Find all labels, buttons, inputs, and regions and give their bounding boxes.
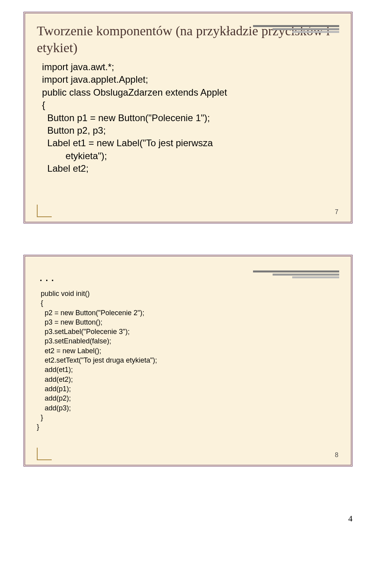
slide-number: 7 xyxy=(335,209,338,216)
code-block: public void init() { p2 = new Button("Po… xyxy=(37,289,339,432)
code-block: import java.awt.*; import java.applet.Ap… xyxy=(37,61,339,175)
slide-number: 8 xyxy=(335,452,338,459)
corner-decoration-line-icon xyxy=(37,459,52,460)
slide-7: Tworzenie komponentów (na przykładzie pr… xyxy=(24,12,352,223)
corner-decoration-icon xyxy=(37,205,38,217)
corner-decoration-icon xyxy=(37,448,38,460)
slide-8: ... public void init() { p2 = new Button… xyxy=(24,255,352,466)
corner-decoration-line-icon xyxy=(37,216,52,217)
accent-lines-icon xyxy=(253,270,339,280)
page-wrap: Tworzenie komponentów (na przykładzie pr… xyxy=(0,0,376,514)
accent-lines-icon xyxy=(253,25,339,34)
page-number: 4 xyxy=(0,514,376,535)
